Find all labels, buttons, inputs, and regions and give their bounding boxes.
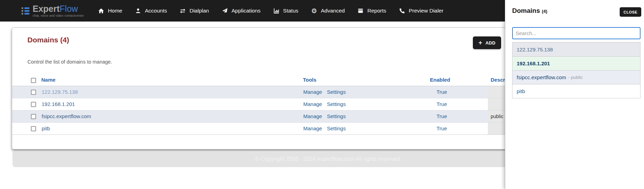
nav-item-home[interactable]: Home: [98, 8, 122, 14]
enabled-value: True: [430, 122, 488, 134]
panel-item-suffix: - public: [568, 75, 583, 80]
table-row: 122.129.75.138 ManageSettings True: [12, 86, 515, 98]
brand-logo[interactable]: ExpertFlow chat, voice and video contact…: [22, 5, 84, 17]
domain-name-link[interactable]: 192.168.1.201: [42, 101, 75, 107]
panel-count: (4): [542, 9, 548, 14]
row-checkbox[interactable]: [31, 114, 36, 119]
row-checkbox[interactable]: [31, 90, 36, 95]
manage-link[interactable]: Manage: [303, 89, 322, 95]
gear-icon: ⚙: [311, 8, 317, 14]
settings-link[interactable]: Settings: [327, 89, 346, 95]
table-row: 192.168.1.201 ManageSettings True: [12, 98, 515, 110]
domain-name-link[interactable]: pitb: [42, 125, 50, 131]
add-button[interactable]: + ADD: [473, 36, 501, 49]
settings-link[interactable]: Settings: [327, 113, 346, 119]
plus-icon: +: [478, 40, 482, 46]
close-button[interactable]: CLOSE: [620, 7, 641, 17]
enabled-value: True: [430, 110, 488, 122]
row-checkbox[interactable]: [31, 102, 36, 107]
manage-link[interactable]: Manage: [303, 113, 322, 119]
panel-list-item[interactable]: pitb: [512, 84, 640, 98]
table-row: fsipcc.expertflow.com ManageSettings Tru…: [12, 110, 515, 122]
table-header-row: Name Tools Enabled Description: [12, 75, 515, 86]
nav-item-accounts[interactable]: Accounts: [135, 8, 167, 14]
brand-name: ExpertFlow: [33, 5, 84, 13]
panel-list-item[interactable]: 192.168.1.201: [512, 56, 640, 70]
domains-card: Domains (4) + ADD Control the list of do…: [12, 27, 515, 149]
panel-list-item[interactable]: fsipcc.expertflow.com - public: [512, 70, 640, 84]
swap-arrows-icon: [179, 8, 186, 14]
user-icon: [135, 8, 141, 14]
nav-item-dialplan[interactable]: Dialplan: [179, 8, 209, 14]
enabled-value: True: [430, 86, 488, 98]
nav-item-applications[interactable]: Applications: [221, 8, 261, 14]
nav-item-advanced[interactable]: ⚙ Advanced: [311, 8, 345, 14]
page-subtitle: Control the list of domains to manage.: [27, 59, 515, 65]
paper-plane-icon: [221, 8, 228, 14]
domains-table: Name Tools Enabled Description 122.129.7…: [12, 75, 515, 135]
manage-link[interactable]: Manage: [303, 101, 322, 107]
row-checkbox[interactable]: [31, 126, 36, 131]
panel-title: Domains (4): [512, 7, 547, 15]
select-all-checkbox[interactable]: [31, 78, 36, 83]
panel-list-item[interactable]: 122.129.75.138: [512, 42, 640, 56]
domain-name-link[interactable]: 122.129.75.138: [42, 89, 78, 95]
copyright-text: © Copyright 2008 - 2024 expertflow.com A…: [255, 156, 401, 162]
nav-item-preview-dialer[interactable]: Preview Dialer: [399, 8, 443, 14]
table-row: pitb ManageSettings True: [12, 122, 515, 134]
settings-link[interactable]: Settings: [327, 101, 346, 107]
column-header-tools: Tools: [303, 75, 430, 86]
panel-search-input[interactable]: [512, 27, 641, 39]
domain-name-link[interactable]: fsipcc.expertflow.com: [42, 113, 91, 119]
brand-list-icon: [22, 7, 29, 15]
nav-item-status[interactable]: Status: [273, 8, 298, 14]
column-header-enabled: Enabled: [430, 75, 488, 86]
home-icon: [98, 8, 104, 14]
settings-link[interactable]: Settings: [327, 125, 346, 131]
phone-icon: [399, 8, 405, 14]
enabled-value: True: [430, 98, 488, 110]
book-icon: [357, 8, 364, 14]
domains-side-panel: Domains (4) CLOSE 122.129.75.138 192.168…: [505, 0, 644, 189]
panel-domain-list: 122.129.75.138 192.168.1.201 fsipcc.expe…: [512, 42, 641, 98]
column-header-name: Name: [41, 75, 303, 86]
brand-tagline: chat, voice and video contactcenter: [33, 14, 84, 17]
nav-item-reports[interactable]: Reports: [357, 8, 386, 14]
bar-chart-icon: [273, 8, 280, 14]
page-title: Domains (4): [27, 35, 515, 44]
nav-menu: Home Accounts Dialplan Applications Stat…: [98, 8, 443, 14]
manage-link[interactable]: Manage: [303, 125, 322, 131]
